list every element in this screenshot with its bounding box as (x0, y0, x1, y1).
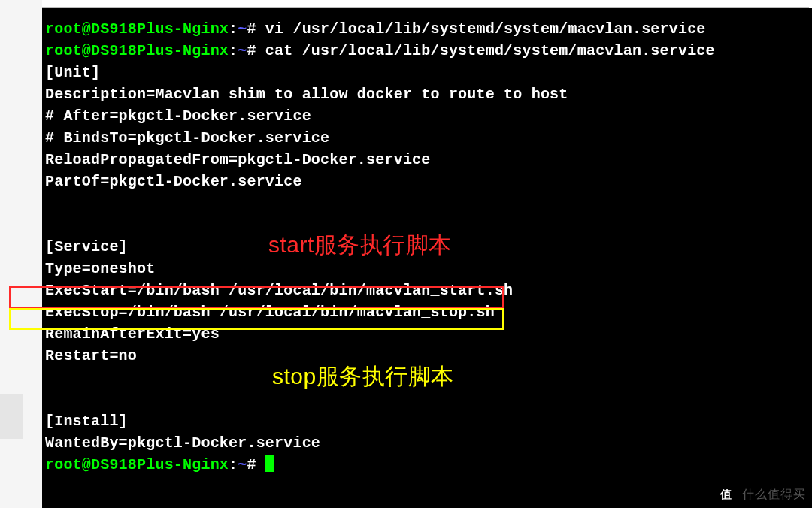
output-line (45, 192, 812, 214)
watermark: 值 什么值得买 (715, 484, 806, 505)
prompt-cwd: ~ (238, 42, 247, 59)
prompt-hash: # (247, 456, 256, 473)
output-line: ReloadPropagatedFrom=pkgctl-Docker.servi… (45, 149, 812, 171)
annotation-start: start服务执行脚本 (268, 230, 452, 261)
annotation-stop: stop服务执行脚本 (272, 361, 454, 392)
output-line-execstart: ExecStart=/bin/bash /usr/local/bin/macvl… (45, 280, 812, 301)
command-cat: cat /usr/local/lib/systemd/system/macvla… (265, 42, 715, 59)
command-line-1: root@DS918Plus-Nginx:~# vi /usr/local/li… (45, 18, 812, 40)
output-line: Type=oneshot (45, 258, 812, 280)
output-line: PartOf=pkgctl-Docker.service (45, 171, 812, 192)
page-background (0, 0, 42, 508)
command-vi: vi /usr/local/lib/systemd/system/macvlan… (265, 20, 706, 38)
output-line: # After=pkgctl-Docker.service (45, 105, 812, 127)
prompt-user-host: root@DS918Plus-Nginx (45, 42, 229, 59)
command-line-2: root@DS918Plus-Nginx:~# cat /usr/local/l… (45, 40, 812, 62)
output-line-execstop: ExecStop=/bin/bash /usr/local/bin/macvla… (45, 301, 812, 323)
output-line: WantedBy=pkgctl-Docker.service (45, 432, 812, 454)
output-line: [Unit] (45, 62, 812, 83)
command-line-3[interactable]: root@DS918Plus-Nginx:~# (45, 454, 812, 476)
prompt-user-host: root@DS918Plus-Nginx (45, 20, 229, 38)
prompt-cwd: ~ (238, 456, 247, 473)
prompt-hash: # (247, 20, 256, 38)
cursor-icon (265, 455, 274, 472)
prompt-cwd: ~ (238, 20, 247, 38)
output-line: # BindsTo=pkgctl-Docker.service (45, 127, 812, 149)
prompt-hash: # (247, 42, 256, 59)
watermark-badge-icon: 值 (715, 484, 736, 505)
watermark-text: 什么值得买 (742, 487, 806, 503)
output-line: Description=Macvlan shim to allow docker… (45, 83, 812, 105)
output-line: RemainAfterExit=yes (45, 323, 812, 345)
prompt-colon: : (229, 456, 238, 473)
prompt-colon: : (229, 42, 238, 59)
output-line: [Install] (45, 410, 812, 432)
prompt-user-host: root@DS918Plus-Nginx (45, 456, 229, 473)
prompt-colon: : (229, 20, 238, 38)
